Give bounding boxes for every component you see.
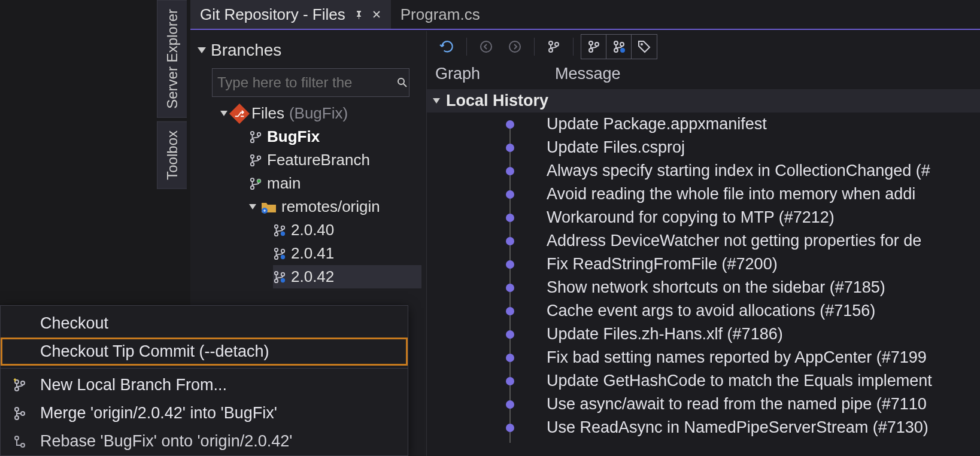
remotes-label: remotes/origin — [281, 197, 380, 216]
nav-forward-button[interactable] — [503, 35, 527, 59]
remote-branch-2-0-42[interactable]: 2.0.42 — [273, 265, 421, 288]
branch-filter[interactable] — [212, 68, 409, 97]
rebase-icon — [8, 434, 32, 449]
svg-point-16 — [281, 231, 285, 235]
remote-branch-2-0-41[interactable]: 2.0.41 — [273, 242, 421, 265]
local-history-header[interactable]: Local History — [427, 89, 980, 113]
commit-message: Use async/await to read from the named p… — [547, 395, 980, 414]
repo-node[interactable]: ⎇ Files (BugFix) — [220, 102, 421, 125]
expand-icon — [249, 204, 256, 209]
nav-back-button[interactable] — [474, 35, 498, 59]
graph-node — [435, 330, 547, 339]
graph-node — [435, 284, 547, 292]
remotes-node[interactable]: remotes/origin — [249, 195, 421, 218]
menu-label: New Local Branch From... — [40, 376, 227, 394]
svg-point-20 — [281, 254, 285, 259]
pin-icon[interactable] — [354, 10, 363, 19]
svg-point-19 — [281, 249, 285, 253]
toolbar-separator — [534, 38, 535, 56]
graph-node — [435, 214, 547, 222]
new-branch-icon — [8, 378, 32, 393]
svg-point-43 — [21, 412, 25, 415]
svg-point-9 — [251, 186, 254, 189]
tab-git-repository[interactable]: Git Repository - Files — [190, 0, 391, 29]
svg-line-1 — [403, 84, 406, 87]
graph-node — [435, 237, 547, 245]
svg-point-29 — [555, 42, 559, 46]
history-panel: Graph Message Local History Update Packa… — [427, 31, 980, 456]
svg-point-26 — [509, 41, 520, 52]
graph-node — [435, 144, 547, 152]
graph-node — [435, 190, 547, 199]
toolbar-separator — [573, 38, 574, 56]
view-mode-group — [581, 34, 657, 59]
svg-point-6 — [251, 162, 254, 166]
svg-point-11 — [257, 179, 261, 183]
history-toolbar — [427, 31, 980, 62]
commit-message: Update Files.csproj — [547, 138, 980, 157]
commit-message: Avoid reading the whole file into memory… — [547, 185, 980, 203]
branch-item-featurebranch[interactable]: FeatureBranch — [249, 148, 421, 172]
view-full-button[interactable] — [581, 35, 606, 59]
graph-node — [435, 307, 547, 315]
branch-toggle-button[interactable] — [542, 35, 566, 59]
commit-row[interactable]: Use ReadAsync in NamedPipeServerStream (… — [427, 416, 980, 439]
menu-separator — [1, 368, 408, 369]
close-icon[interactable] — [372, 10, 381, 19]
commit-message: Address DeviceWatcher not getting proper… — [547, 232, 980, 250]
commit-message: Cache event args to avoid allocations (#… — [547, 302, 980, 320]
local-history-label: Local History — [446, 92, 548, 110]
menu-new-branch[interactable]: New Local Branch From... — [1, 371, 408, 399]
commit-list: Update Package.appxmanifestUpdate Files.… — [427, 113, 980, 456]
svg-point-3 — [251, 139, 254, 142]
graph-node — [435, 260, 547, 269]
commit-message: Update GetHashCode to match the Equals i… — [547, 372, 980, 390]
svg-point-25 — [481, 41, 491, 52]
view-remote-button[interactable] — [606, 35, 632, 59]
svg-point-42 — [15, 416, 19, 419]
commit-message: Update Files.zh-Hans.xlf (#7186) — [547, 325, 980, 343]
menu-label: Checkout Tip Commit (--detach) — [40, 342, 269, 361]
svg-point-14 — [275, 232, 278, 236]
commit-message: Fix bad setting names reported by AppCen… — [547, 348, 980, 367]
side-tab-server-explorer[interactable]: Server Explorer — [157, 0, 187, 118]
view-tags-button[interactable] — [632, 35, 657, 59]
menu-merge[interactable]: Merge 'origin/2.0.42' into 'BugFix' — [1, 399, 408, 427]
branch-item-bugfix[interactable]: BugFix — [249, 125, 421, 148]
svg-point-30 — [589, 41, 593, 45]
branch-label: BugFix — [267, 127, 320, 146]
branch-filter-input[interactable] — [217, 74, 396, 91]
side-tab-toolbox[interactable]: Toolbox — [157, 121, 187, 189]
tab-program-cs[interactable]: Program.cs — [391, 0, 490, 29]
tab-title: Program.cs — [401, 5, 480, 24]
toolbar-separator — [466, 38, 467, 56]
svg-point-22 — [275, 279, 278, 282]
svg-point-38 — [15, 380, 19, 384]
remote-branch-icon — [273, 224, 286, 237]
column-header-message[interactable]: Message — [555, 65, 621, 83]
refresh-button[interactable] — [435, 35, 459, 59]
svg-point-32 — [595, 42, 599, 46]
graph-node — [435, 377, 547, 385]
svg-point-40 — [21, 381, 25, 385]
menu-checkout-detach[interactable]: Checkout Tip Commit (--detach) — [1, 338, 408, 366]
expand-icon — [220, 111, 227, 116]
search-icon[interactable] — [396, 77, 408, 89]
commit-message: Update Package.appxmanifest — [547, 115, 980, 133]
branch-item-main[interactable]: main — [249, 172, 421, 195]
menu-rebase[interactable]: Rebase 'BugFix' onto 'origin/2.0.42' — [1, 427, 408, 455]
graph-node — [435, 400, 547, 409]
branches-label: Branches — [211, 41, 281, 60]
remote-branch-2-0-40[interactable]: 2.0.40 — [273, 218, 421, 242]
svg-point-2 — [251, 131, 254, 135]
history-column-headers: Graph Message — [427, 62, 980, 89]
branches-header[interactable]: Branches — [195, 37, 421, 63]
menu-checkout[interactable]: Checkout — [1, 309, 408, 338]
remote-branch-icon — [273, 270, 286, 284]
svg-point-21 — [275, 271, 278, 275]
graph-node — [435, 354, 547, 362]
column-header-graph[interactable]: Graph — [435, 65, 555, 83]
folder-remote-icon — [261, 200, 277, 214]
branch-icon — [249, 130, 262, 144]
svg-point-45 — [21, 443, 25, 447]
